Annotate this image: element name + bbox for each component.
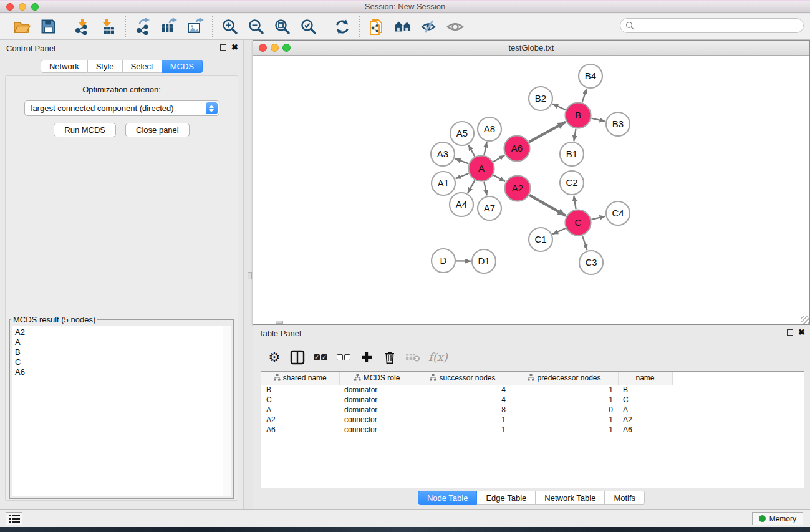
cell[interactable]: A2 xyxy=(618,415,672,425)
cell[interactable]: C xyxy=(618,395,672,405)
table-row[interactable]: Adominator80A xyxy=(261,405,804,415)
open-session-button[interactable] xyxy=(12,17,31,37)
edge-B-B4[interactable] xyxy=(582,89,587,102)
column-header-name[interactable]: name xyxy=(618,372,672,385)
edge-A-A7[interactable] xyxy=(484,182,486,196)
edge-B-B3[interactable] xyxy=(591,118,605,122)
table-settings-button[interactable]: ⚙ xyxy=(267,348,282,367)
zoom-out-button[interactable] xyxy=(246,17,265,37)
graph-node-C4[interactable]: C4 xyxy=(606,201,630,225)
cell[interactable]: connector xyxy=(339,415,415,425)
graph-node-A3[interactable]: A3 xyxy=(431,142,455,166)
network-canvas[interactable]: B4B2BB3A8A5A6B1A3AC2A1A2A4A7C4CC1DD1C3 xyxy=(253,56,809,324)
table-tab-node-table[interactable]: Node Table xyxy=(418,491,478,505)
graph-node-A7[interactable]: A7 xyxy=(478,196,501,220)
float-table-panel-icon[interactable] xyxy=(787,329,793,336)
edge-C-C1[interactable] xyxy=(552,228,566,234)
column-header-shared-name[interactable]: shared name xyxy=(261,372,339,385)
column-header-MCDS-role[interactable]: MCDS role xyxy=(339,372,415,385)
cell[interactable]: A6 xyxy=(261,425,339,435)
select-all-button[interactable]: ✓ ✓ xyxy=(313,348,328,367)
edge-B-B2[interactable] xyxy=(552,104,566,110)
home-button[interactable] xyxy=(393,17,412,37)
graph-node-D1[interactable]: D1 xyxy=(472,249,496,273)
graph-node-A5[interactable]: A5 xyxy=(450,122,474,145)
zoom-in-button[interactable] xyxy=(220,17,239,37)
edge-A-A5[interactable] xyxy=(468,145,475,156)
show-all-button[interactable] xyxy=(446,17,465,37)
panel-splitter-handle[interactable] xyxy=(248,272,252,279)
cell[interactable]: 4 xyxy=(415,385,511,395)
edge-B-B1[interactable] xyxy=(574,129,576,142)
edge-A2-C[interactable] xyxy=(529,195,566,216)
cell[interactable]: A xyxy=(261,405,339,415)
cell[interactable]: dominator xyxy=(339,395,415,405)
cell[interactable]: 1 xyxy=(415,415,511,425)
import-table-button[interactable] xyxy=(99,17,118,37)
column-header-successor-nodes[interactable]: successor nodes xyxy=(415,372,511,385)
edge-A-A4[interactable] xyxy=(468,180,475,193)
graph-node-A1[interactable]: A1 xyxy=(432,172,455,195)
edge-A-A3[interactable] xyxy=(455,158,469,163)
memory-button[interactable]: Memory xyxy=(752,512,803,525)
cell[interactable]: 0 xyxy=(511,405,618,415)
edge-A-A8[interactable] xyxy=(484,142,486,155)
save-session-button[interactable] xyxy=(39,17,57,37)
graph-node-A6[interactable]: A6 xyxy=(504,136,530,162)
graph-node-B2[interactable]: B2 xyxy=(529,87,552,110)
zoom-fit-button[interactable] xyxy=(272,17,291,37)
table-row[interactable]: Cdominator41C xyxy=(261,395,804,405)
cell[interactable]: 1 xyxy=(511,385,618,395)
table-row[interactable]: A6connector11A6 xyxy=(261,425,804,435)
edge-C-C4[interactable] xyxy=(591,216,605,220)
result-item[interactable]: B xyxy=(15,347,231,357)
result-item[interactable]: A2 xyxy=(15,327,231,337)
graph-node-A[interactable]: A xyxy=(469,156,494,181)
tab-mcds[interactable]: MCDS xyxy=(162,60,203,73)
zoom-selected-button[interactable] xyxy=(299,17,317,37)
import-network-button[interactable] xyxy=(73,17,92,37)
table-row[interactable]: A2connector11A2 xyxy=(261,415,804,425)
tab-style[interactable]: Style xyxy=(88,60,123,73)
graph-node-B[interactable]: B xyxy=(566,103,591,128)
network-window-titlebar[interactable]: testGlobe.txt xyxy=(253,41,809,56)
delete-column-button[interactable] xyxy=(382,348,397,367)
graph-node-C3[interactable]: C3 xyxy=(579,251,603,274)
cell[interactable]: 1 xyxy=(511,415,618,425)
cell[interactable]: A2 xyxy=(261,415,339,425)
task-history-button[interactable] xyxy=(6,512,22,525)
cell[interactable]: dominator xyxy=(339,385,415,395)
table-tab-edge-table[interactable]: Edge Table xyxy=(477,491,536,505)
window-resize-grip[interactable] xyxy=(801,316,809,324)
edge-A-A6[interactable] xyxy=(493,155,504,162)
cell[interactable]: 8 xyxy=(415,405,511,415)
cell[interactable]: A xyxy=(618,405,672,415)
close-panel-icon[interactable]: ✖ xyxy=(231,44,238,51)
column-header-predecessor-nodes[interactable]: predecessor nodes xyxy=(511,372,618,385)
export-network-button[interactable] xyxy=(133,17,152,37)
export-image-button[interactable] xyxy=(186,17,205,37)
result-item[interactable]: C xyxy=(15,357,231,367)
edge-C-C3[interactable] xyxy=(582,236,587,250)
graph-node-B3[interactable]: B3 xyxy=(606,112,630,136)
export-table-button[interactable] xyxy=(160,17,178,37)
graph-node-B4[interactable]: B4 xyxy=(579,64,602,88)
cell[interactable]: A6 xyxy=(618,425,672,435)
hide-selected-button[interactable] xyxy=(420,17,438,37)
refresh-button[interactable] xyxy=(333,17,352,37)
edge-A-A2[interactable] xyxy=(493,175,505,182)
edge-A-A1[interactable] xyxy=(456,173,469,178)
add-column-button[interactable] xyxy=(359,348,374,367)
cell[interactable]: C xyxy=(261,395,339,405)
float-panel-icon[interactable] xyxy=(220,44,226,51)
column-visibility-button[interactable] xyxy=(290,348,305,367)
node-table[interactable]: shared nameMCDS rolesuccessor nodesprede… xyxy=(261,372,804,435)
tab-select[interactable]: Select xyxy=(123,60,162,73)
cell[interactable]: 4 xyxy=(415,395,511,405)
table-tab-network-table[interactable]: Network Table xyxy=(536,491,605,505)
edge-A6-B[interactable] xyxy=(529,122,566,142)
table-tab-motifs[interactable]: Motifs xyxy=(605,491,645,505)
table-row[interactable]: Bdominator41B xyxy=(261,385,804,395)
run-mcds-button[interactable]: Run MCDS xyxy=(54,123,116,137)
cell[interactable]: dominator xyxy=(339,405,415,415)
